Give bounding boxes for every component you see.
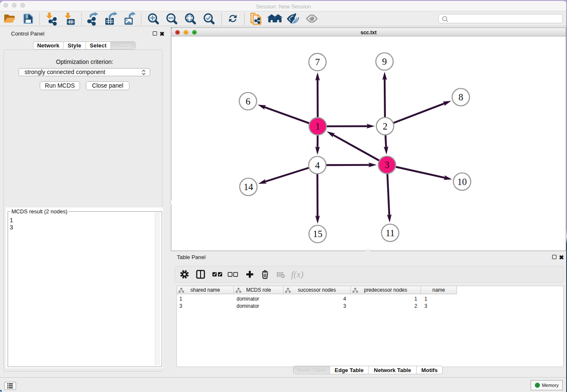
svg-text:7: 7	[315, 57, 320, 67]
svg-text:1: 1	[315, 121, 320, 132]
svg-text:14: 14	[244, 182, 253, 192]
svg-text:6: 6	[245, 96, 250, 107]
svg-text:11: 11	[385, 228, 395, 238]
svg-text:10: 10	[457, 177, 467, 187]
svg-text:4: 4	[315, 160, 319, 171]
svg-text:15: 15	[313, 229, 322, 239]
svg-text:8: 8	[458, 92, 463, 102]
svg-text:9: 9	[382, 56, 387, 67]
svg-text:3: 3	[385, 160, 389, 170]
svg-text:f(x): f(x)	[291, 269, 303, 279]
svg-text:2: 2	[383, 121, 387, 132]
